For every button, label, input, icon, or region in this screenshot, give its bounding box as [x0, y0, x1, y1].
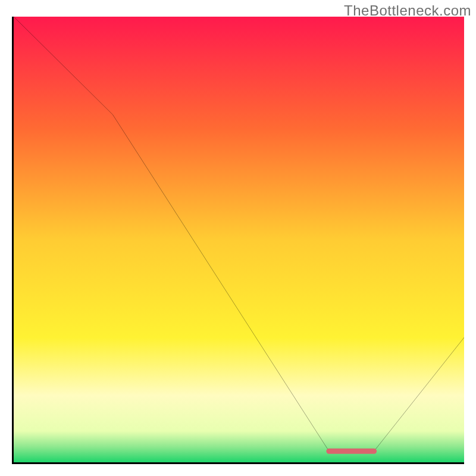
- plot-axes: [12, 17, 464, 464]
- chart-container: TheBottleneck.com: [0, 0, 476, 476]
- chart-line-layer: [14, 17, 464, 462]
- bottleneck-curve: [14, 17, 464, 451]
